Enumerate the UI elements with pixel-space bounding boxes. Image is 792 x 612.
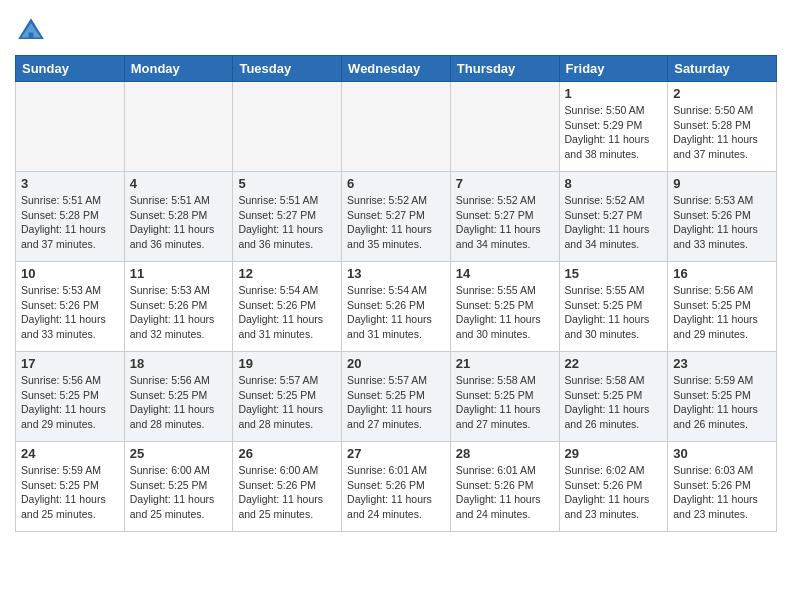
day-number: 18 — [130, 356, 228, 371]
calendar-cell: 18Sunrise: 5:56 AM Sunset: 5:25 PM Dayli… — [124, 352, 233, 442]
calendar-cell: 19Sunrise: 5:57 AM Sunset: 5:25 PM Dayli… — [233, 352, 342, 442]
day-info: Sunrise: 5:52 AM Sunset: 5:27 PM Dayligh… — [456, 193, 554, 252]
calendar-cell: 30Sunrise: 6:03 AM Sunset: 5:26 PM Dayli… — [668, 442, 777, 532]
day-number: 17 — [21, 356, 119, 371]
day-info: Sunrise: 6:01 AM Sunset: 5:26 PM Dayligh… — [347, 463, 445, 522]
calendar-cell: 23Sunrise: 5:59 AM Sunset: 5:25 PM Dayli… — [668, 352, 777, 442]
calendar-cell: 20Sunrise: 5:57 AM Sunset: 5:25 PM Dayli… — [342, 352, 451, 442]
calendar-table: SundayMondayTuesdayWednesdayThursdayFrid… — [15, 55, 777, 532]
day-info: Sunrise: 5:52 AM Sunset: 5:27 PM Dayligh… — [347, 193, 445, 252]
day-info: Sunrise: 5:56 AM Sunset: 5:25 PM Dayligh… — [21, 373, 119, 432]
day-info: Sunrise: 5:59 AM Sunset: 5:25 PM Dayligh… — [673, 373, 771, 432]
calendar-cell: 1Sunrise: 5:50 AM Sunset: 5:29 PM Daylig… — [559, 82, 668, 172]
day-info: Sunrise: 5:51 AM Sunset: 5:27 PM Dayligh… — [238, 193, 336, 252]
day-info: Sunrise: 5:58 AM Sunset: 5:25 PM Dayligh… — [565, 373, 663, 432]
day-number: 9 — [673, 176, 771, 191]
calendar-cell — [342, 82, 451, 172]
day-number: 19 — [238, 356, 336, 371]
day-number: 2 — [673, 86, 771, 101]
calendar-cell: 7Sunrise: 5:52 AM Sunset: 5:27 PM Daylig… — [450, 172, 559, 262]
weekday-header-saturday: Saturday — [668, 56, 777, 82]
day-info: Sunrise: 5:57 AM Sunset: 5:25 PM Dayligh… — [347, 373, 445, 432]
calendar-cell: 13Sunrise: 5:54 AM Sunset: 5:26 PM Dayli… — [342, 262, 451, 352]
day-number: 12 — [238, 266, 336, 281]
calendar-week-row: 1Sunrise: 5:50 AM Sunset: 5:29 PM Daylig… — [16, 82, 777, 172]
day-info: Sunrise: 5:51 AM Sunset: 5:28 PM Dayligh… — [21, 193, 119, 252]
day-info: Sunrise: 5:52 AM Sunset: 5:27 PM Dayligh… — [565, 193, 663, 252]
day-info: Sunrise: 5:50 AM Sunset: 5:28 PM Dayligh… — [673, 103, 771, 162]
calendar-cell: 24Sunrise: 5:59 AM Sunset: 5:25 PM Dayli… — [16, 442, 125, 532]
calendar-cell: 3Sunrise: 5:51 AM Sunset: 5:28 PM Daylig… — [16, 172, 125, 262]
calendar-cell: 6Sunrise: 5:52 AM Sunset: 5:27 PM Daylig… — [342, 172, 451, 262]
day-number: 30 — [673, 446, 771, 461]
day-info: Sunrise: 5:56 AM Sunset: 5:25 PM Dayligh… — [130, 373, 228, 432]
calendar-cell: 10Sunrise: 5:53 AM Sunset: 5:26 PM Dayli… — [16, 262, 125, 352]
day-number: 25 — [130, 446, 228, 461]
calendar-cell: 2Sunrise: 5:50 AM Sunset: 5:28 PM Daylig… — [668, 82, 777, 172]
calendar-cell — [233, 82, 342, 172]
day-info: Sunrise: 5:54 AM Sunset: 5:26 PM Dayligh… — [347, 283, 445, 342]
day-number: 1 — [565, 86, 663, 101]
day-number: 20 — [347, 356, 445, 371]
weekday-header-sunday: Sunday — [16, 56, 125, 82]
day-info: Sunrise: 5:51 AM Sunset: 5:28 PM Dayligh… — [130, 193, 228, 252]
day-info: Sunrise: 5:54 AM Sunset: 5:26 PM Dayligh… — [238, 283, 336, 342]
calendar-cell: 14Sunrise: 5:55 AM Sunset: 5:25 PM Dayli… — [450, 262, 559, 352]
day-number: 22 — [565, 356, 663, 371]
calendar-cell: 26Sunrise: 6:00 AM Sunset: 5:26 PM Dayli… — [233, 442, 342, 532]
day-number: 6 — [347, 176, 445, 191]
day-info: Sunrise: 5:53 AM Sunset: 5:26 PM Dayligh… — [130, 283, 228, 342]
day-info: Sunrise: 5:58 AM Sunset: 5:25 PM Dayligh… — [456, 373, 554, 432]
calendar-week-row: 10Sunrise: 5:53 AM Sunset: 5:26 PM Dayli… — [16, 262, 777, 352]
calendar-week-row: 24Sunrise: 5:59 AM Sunset: 5:25 PM Dayli… — [16, 442, 777, 532]
day-number: 11 — [130, 266, 228, 281]
day-info: Sunrise: 5:55 AM Sunset: 5:25 PM Dayligh… — [456, 283, 554, 342]
day-info: Sunrise: 5:53 AM Sunset: 5:26 PM Dayligh… — [673, 193, 771, 252]
calendar-cell — [450, 82, 559, 172]
calendar-cell: 25Sunrise: 6:00 AM Sunset: 5:25 PM Dayli… — [124, 442, 233, 532]
calendar-cell: 28Sunrise: 6:01 AM Sunset: 5:26 PM Dayli… — [450, 442, 559, 532]
day-info: Sunrise: 6:00 AM Sunset: 5:25 PM Dayligh… — [130, 463, 228, 522]
calendar-cell: 8Sunrise: 5:52 AM Sunset: 5:27 PM Daylig… — [559, 172, 668, 262]
calendar-cell — [16, 82, 125, 172]
calendar-cell: 22Sunrise: 5:58 AM Sunset: 5:25 PM Dayli… — [559, 352, 668, 442]
weekday-header-thursday: Thursday — [450, 56, 559, 82]
day-info: Sunrise: 5:57 AM Sunset: 5:25 PM Dayligh… — [238, 373, 336, 432]
calendar-cell: 11Sunrise: 5:53 AM Sunset: 5:26 PM Dayli… — [124, 262, 233, 352]
logo — [15, 15, 51, 47]
calendar-cell: 15Sunrise: 5:55 AM Sunset: 5:25 PM Dayli… — [559, 262, 668, 352]
day-number: 26 — [238, 446, 336, 461]
page: SundayMondayTuesdayWednesdayThursdayFrid… — [0, 0, 792, 542]
calendar-cell: 16Sunrise: 5:56 AM Sunset: 5:25 PM Dayli… — [668, 262, 777, 352]
calendar-cell: 17Sunrise: 5:56 AM Sunset: 5:25 PM Dayli… — [16, 352, 125, 442]
day-info: Sunrise: 6:03 AM Sunset: 5:26 PM Dayligh… — [673, 463, 771, 522]
day-info: Sunrise: 5:55 AM Sunset: 5:25 PM Dayligh… — [565, 283, 663, 342]
calendar-cell: 5Sunrise: 5:51 AM Sunset: 5:27 PM Daylig… — [233, 172, 342, 262]
day-info: Sunrise: 6:02 AM Sunset: 5:26 PM Dayligh… — [565, 463, 663, 522]
calendar-cell: 12Sunrise: 5:54 AM Sunset: 5:26 PM Dayli… — [233, 262, 342, 352]
day-number: 27 — [347, 446, 445, 461]
day-number: 13 — [347, 266, 445, 281]
logo-icon — [15, 15, 47, 47]
day-info: Sunrise: 5:59 AM Sunset: 5:25 PM Dayligh… — [21, 463, 119, 522]
calendar-cell: 9Sunrise: 5:53 AM Sunset: 5:26 PM Daylig… — [668, 172, 777, 262]
calendar-week-row: 3Sunrise: 5:51 AM Sunset: 5:28 PM Daylig… — [16, 172, 777, 262]
header — [15, 10, 777, 47]
calendar-cell: 4Sunrise: 5:51 AM Sunset: 5:28 PM Daylig… — [124, 172, 233, 262]
day-info: Sunrise: 5:50 AM Sunset: 5:29 PM Dayligh… — [565, 103, 663, 162]
day-info: Sunrise: 5:53 AM Sunset: 5:26 PM Dayligh… — [21, 283, 119, 342]
weekday-header-monday: Monday — [124, 56, 233, 82]
day-number: 29 — [565, 446, 663, 461]
day-number: 21 — [456, 356, 554, 371]
day-number: 14 — [456, 266, 554, 281]
calendar-cell: 21Sunrise: 5:58 AM Sunset: 5:25 PM Dayli… — [450, 352, 559, 442]
day-number: 24 — [21, 446, 119, 461]
weekday-header-wednesday: Wednesday — [342, 56, 451, 82]
day-number: 8 — [565, 176, 663, 191]
calendar-cell: 27Sunrise: 6:01 AM Sunset: 5:26 PM Dayli… — [342, 442, 451, 532]
weekday-header-tuesday: Tuesday — [233, 56, 342, 82]
weekday-header-friday: Friday — [559, 56, 668, 82]
day-number: 28 — [456, 446, 554, 461]
day-number: 4 — [130, 176, 228, 191]
calendar-header-row: SundayMondayTuesdayWednesdayThursdayFrid… — [16, 56, 777, 82]
